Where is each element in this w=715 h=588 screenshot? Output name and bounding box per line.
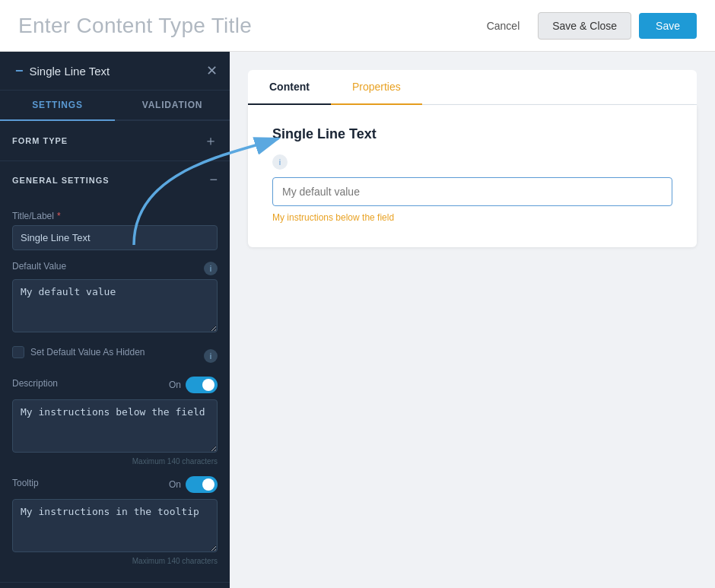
description-on-label: On bbox=[169, 380, 181, 390]
description-toggle[interactable] bbox=[186, 377, 218, 393]
expand-icon: ＋ bbox=[204, 132, 218, 150]
preview-field-title: Single Line Text bbox=[272, 126, 672, 142]
description-toggle-row: Description On bbox=[12, 377, 218, 393]
tooltip-field: Tooltip On My instructions in the toolti… bbox=[12, 476, 218, 565]
description-label: Description bbox=[12, 378, 58, 389]
general-settings-title: GENERAL SETTINGS bbox=[12, 176, 110, 185]
tab-content[interactable]: Content bbox=[248, 70, 331, 105]
set-default-hidden-label: Set Default Value As Hidden bbox=[30, 347, 145, 358]
page-title: Enter Content Type Title bbox=[18, 14, 252, 38]
general-settings-header[interactable]: GENERAL SETTINGS − bbox=[0, 161, 230, 199]
default-value-field: Default Value i My default value bbox=[12, 261, 218, 335]
save-button[interactable]: Save bbox=[639, 13, 697, 39]
form-type-title: FORM TYPE bbox=[12, 136, 68, 145]
sidebar-tabs: SETTINGS VALIDATION bbox=[0, 91, 230, 121]
default-value-label: Default Value bbox=[12, 261, 66, 272]
tooltip-on-label: On bbox=[169, 479, 181, 490]
description-field: Description On My instructions below the… bbox=[12, 377, 218, 466]
tooltip-textarea[interactable]: My instructions in the tooltip bbox=[12, 499, 218, 552]
preview-info-icon: i bbox=[272, 154, 288, 170]
description-textarea[interactable]: My instructions below the field bbox=[12, 399, 218, 453]
preview-card: Single Line Text i My instructions below… bbox=[248, 105, 697, 247]
header: Enter Content Type Title Cancel Save & C… bbox=[0, 0, 715, 52]
preview-input[interactable] bbox=[272, 177, 672, 206]
title-label-label: Title/Label * bbox=[12, 211, 218, 221]
required-indicator: * bbox=[57, 211, 61, 221]
tab-settings[interactable]: SETTINGS bbox=[0, 91, 115, 121]
set-default-hidden-row: Set Default Value As Hidden i bbox=[12, 346, 218, 366]
tooltip-toggle-row: Tooltip On bbox=[12, 476, 218, 493]
default-value-header: Default Value i bbox=[12, 261, 218, 275]
cancel-button[interactable]: Cancel bbox=[476, 14, 531, 38]
sidebar: − Single Line Text ✕ SETTINGS VALIDATION… bbox=[0, 52, 230, 588]
general-settings-fields: Title/Label * Default Value i My default… bbox=[0, 199, 230, 582]
set-default-hidden-info-icon[interactable]: i bbox=[204, 349, 218, 363]
main-layout: − Single Line Text ✕ SETTINGS VALIDATION… bbox=[0, 52, 715, 588]
collapse-section-icon: − bbox=[209, 172, 218, 188]
set-default-hidden-checkbox-row: Set Default Value As Hidden bbox=[12, 346, 145, 358]
title-label-input[interactable] bbox=[12, 225, 218, 250]
description-char-limit: Maximum 140 characters bbox=[12, 457, 218, 466]
form-type-header[interactable]: FORM TYPE ＋ bbox=[0, 121, 230, 161]
default-value-textarea[interactable]: My default value bbox=[12, 279, 218, 332]
header-actions: Cancel Save & Close Save bbox=[476, 12, 697, 40]
default-value-info-icon[interactable]: i bbox=[204, 262, 218, 275]
tooltip-char-limit: Maximum 140 characters bbox=[12, 557, 218, 565]
content-area: Content Properties Single Line Text i My… bbox=[230, 52, 715, 588]
collapse-icon[interactable]: − bbox=[15, 63, 24, 79]
content-tabs: Content Properties bbox=[248, 70, 697, 105]
tab-properties[interactable]: Properties bbox=[331, 70, 422, 105]
general-settings-section: GENERAL SETTINGS − Title/Label * Default… bbox=[0, 161, 230, 583]
set-default-hidden-checkbox[interactable] bbox=[12, 346, 24, 358]
tooltip-label: Tooltip bbox=[12, 478, 39, 488]
form-type-section: FORM TYPE ＋ bbox=[0, 121, 230, 161]
sidebar-panel-title: Single Line Text bbox=[30, 65, 110, 78]
tab-validation[interactable]: VALIDATION bbox=[115, 91, 230, 121]
sidebar-panel-header: − Single Line Text ✕ bbox=[0, 52, 230, 91]
set-default-hidden-field: Set Default Value As Hidden i bbox=[12, 346, 218, 366]
preview-container: Content Properties Single Line Text i My… bbox=[248, 70, 697, 247]
tooltip-toggle[interactable] bbox=[186, 476, 218, 493]
save-close-button[interactable]: Save & Close bbox=[538, 12, 631, 40]
preview-instruction: My instructions below the field bbox=[272, 212, 672, 223]
close-icon[interactable]: ✕ bbox=[206, 62, 218, 79]
title-label-field: Title/Label * bbox=[12, 211, 218, 250]
